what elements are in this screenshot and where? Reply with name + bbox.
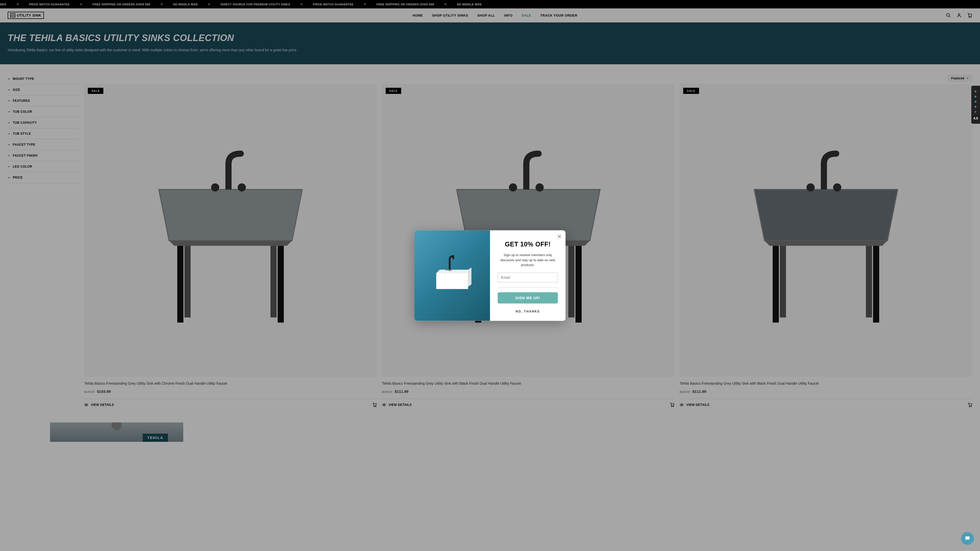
email-field[interactable] bbox=[498, 272, 558, 282]
star-icon: ★ bbox=[974, 94, 977, 98]
star-half-icon: ★ bbox=[974, 110, 977, 114]
modal-subtitle: Sign up to receive members only discount… bbox=[498, 252, 558, 268]
modal-image bbox=[414, 230, 490, 321]
star-icon: ★ bbox=[974, 89, 977, 94]
svg-rect-36 bbox=[449, 260, 451, 271]
svg-rect-35 bbox=[436, 273, 468, 289]
star-icon: ★ bbox=[974, 100, 977, 103]
close-icon[interactable] bbox=[557, 234, 562, 239]
reviews-widget[interactable]: ★ ★ ★ ★ ★ 4.5 bbox=[971, 86, 980, 124]
modal-title: GET 10% OFF! bbox=[498, 241, 558, 248]
star-icon: ★ bbox=[974, 105, 977, 109]
decline-button[interactable]: NO, THANKS bbox=[498, 310, 558, 313]
signup-modal: GET 10% OFF! Sign up to receive members … bbox=[414, 230, 566, 321]
modal-backdrop[interactable] bbox=[0, 0, 980, 442]
reviews-score: 4.5 bbox=[974, 116, 978, 120]
svg-rect-37 bbox=[445, 270, 452, 271]
signup-button[interactable]: SIGN ME UP! bbox=[498, 292, 558, 303]
